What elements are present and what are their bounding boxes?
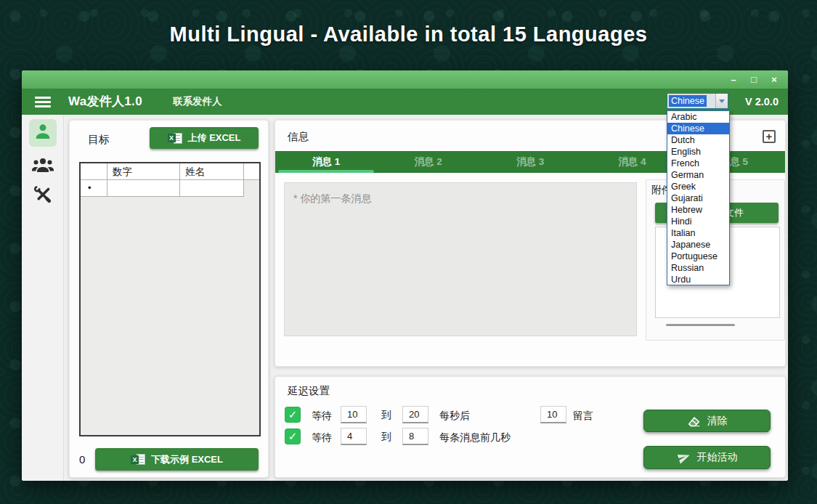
upload-excel-label: 上传 EXCEL <box>188 131 241 145</box>
row-marker: • <box>81 180 107 196</box>
add-tab-button[interactable]: + <box>763 130 776 143</box>
message-count-label: 留言 <box>573 410 593 423</box>
language-option-hindi[interactable]: Hindi <box>667 216 729 227</box>
message-placeholder: * 你的第一条消息 <box>293 192 371 206</box>
language-option-greek[interactable]: Greek <box>667 181 729 192</box>
language-select[interactable]: Chinese <box>667 93 728 109</box>
excel-icon: X <box>168 133 182 144</box>
tab-message-2[interactable]: 消息 2 <box>377 151 479 173</box>
language-option-chinese[interactable]: Chinese <box>667 123 729 134</box>
paper-plane-icon <box>677 451 691 464</box>
menu-icon[interactable] <box>35 97 51 107</box>
wait-label-1: 等待 <box>312 410 332 423</box>
delay-checkbox-2[interactable]: ✓ <box>285 428 301 444</box>
excel-icon: X <box>131 454 145 465</box>
minimize-button[interactable]: – <box>727 70 740 89</box>
wait-suffix-1: 每秒后 <box>439 410 470 423</box>
person-icon <box>33 122 52 144</box>
tools-icon <box>33 184 53 208</box>
language-option-portuguese[interactable]: Portuguese <box>667 251 729 262</box>
language-option-dutch[interactable]: Dutch <box>667 134 729 146</box>
target-panel: 目标 X 上传 EXCEL 数字 姓名 • 0 <box>69 120 269 478</box>
eraser-icon <box>687 415 702 428</box>
wait-to-input-1[interactable]: 20 <box>402 406 428 423</box>
language-option-russian[interactable]: Russian <box>667 262 729 274</box>
contacts-grid[interactable]: 数字 姓名 • <box>79 162 261 436</box>
delay-panel: 延迟设置 ✓ 等待 10 到 20 每秒后 10 留言 ✓ 等待 4 到 8 每… <box>275 376 786 478</box>
language-option-english[interactable]: English <box>667 146 729 158</box>
target-title: 目标 <box>88 133 110 147</box>
to-label-1: 到 <box>381 409 391 422</box>
download-sample-excel-button[interactable]: X 下载示例 EXCEL <box>95 448 259 471</box>
delay-title: 延迟设置 <box>288 384 330 398</box>
download-sample-label: 下载示例 EXCEL <box>151 453 223 466</box>
cell-name[interactable] <box>180 180 244 196</box>
window-chrome: – □ × <box>22 70 788 89</box>
chevron-down-icon[interactable] <box>715 94 728 108</box>
nav-contact-sender[interactable]: 联系发件人 <box>173 89 222 115</box>
tab-message-1[interactable]: 消息 1 <box>275 151 377 173</box>
wait-from-input-1[interactable]: 10 <box>341 406 367 423</box>
language-option-urdu[interactable]: Urdu <box>667 274 729 285</box>
table-row[interactable]: • <box>81 180 244 197</box>
wait-to-input-2[interactable]: 8 <box>402 428 428 445</box>
message-title: 信息 <box>288 130 309 144</box>
cell-number[interactable] <box>107 180 180 196</box>
sidebar <box>22 115 64 481</box>
grid-header-row: 数字 姓名 <box>81 163 259 180</box>
upload-excel-button[interactable]: X 上传 EXCEL <box>150 127 259 149</box>
language-select-value: Chinese <box>669 95 707 107</box>
app-title: Wa发件人1.0 <box>68 89 142 115</box>
sidebar-item-groups[interactable] <box>22 155 64 177</box>
message-editor[interactable]: * 你的第一条消息 <box>284 182 637 336</box>
to-label-2: 到 <box>381 431 391 444</box>
grid-col-name: 姓名 <box>180 163 244 179</box>
start-campaign-button[interactable]: 开始活动 <box>643 446 771 469</box>
clear-label: 清除 <box>707 415 728 428</box>
grid-col-number: 数字 <box>107 163 180 179</box>
group-icon <box>31 155 54 177</box>
sidebar-item-contacts[interactable] <box>29 119 57 147</box>
contact-count: 0 <box>79 453 85 466</box>
clear-button[interactable]: 清除 <box>643 410 771 432</box>
language-option-japanese[interactable]: Japanese <box>667 239 729 251</box>
grid-selector-header <box>81 163 107 179</box>
language-dropdown-list: Arabic Chinese Dutch English French Germ… <box>667 110 730 285</box>
sidebar-item-tools[interactable] <box>22 184 64 208</box>
maximize-button[interactable]: □ <box>747 70 760 89</box>
language-option-hebrew[interactable]: Hebrew <box>667 204 729 216</box>
language-option-german[interactable]: German <box>667 169 729 181</box>
close-button[interactable]: × <box>768 70 781 89</box>
wait-suffix-2: 每条消息前几秒 <box>439 431 511 444</box>
page-title: Multi Lingual - Available in total 15 La… <box>0 23 817 46</box>
delay-checkbox-1[interactable]: ✓ <box>285 407 301 423</box>
horizontal-scrollbar[interactable] <box>666 324 735 326</box>
message-count-input[interactable]: 10 <box>540 406 566 423</box>
language-option-gujarati[interactable]: Gujarati <box>667 192 729 204</box>
version-label: V 2.0.0 <box>745 89 779 115</box>
wait-label-2: 等待 <box>312 431 332 444</box>
wait-from-input-2[interactable]: 4 <box>341 428 367 445</box>
tab-message-3[interactable]: 消息 3 <box>479 151 581 173</box>
language-option-arabic[interactable]: Arabic <box>667 111 729 123</box>
language-option-french[interactable]: French <box>667 158 729 169</box>
start-campaign-label: 开始活动 <box>697 451 738 464</box>
language-option-italian[interactable]: Italian <box>667 227 729 239</box>
